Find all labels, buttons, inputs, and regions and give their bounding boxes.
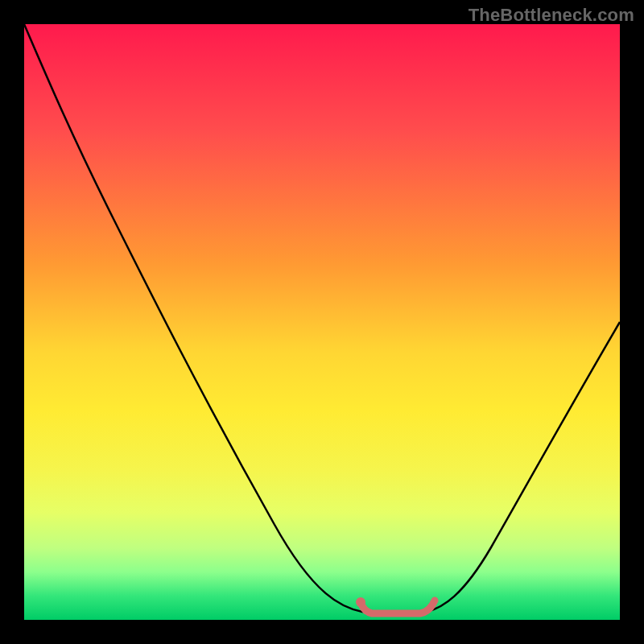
optimal-range-marker (361, 601, 435, 613)
optimal-start-dot (356, 597, 365, 607)
watermark-label: TheBottleneck.com (469, 5, 634, 26)
bottleneck-curve (24, 24, 620, 612)
plot-area (24, 24, 620, 620)
curve-svg (24, 24, 620, 620)
chart-frame: TheBottleneck.com (0, 0, 644, 644)
